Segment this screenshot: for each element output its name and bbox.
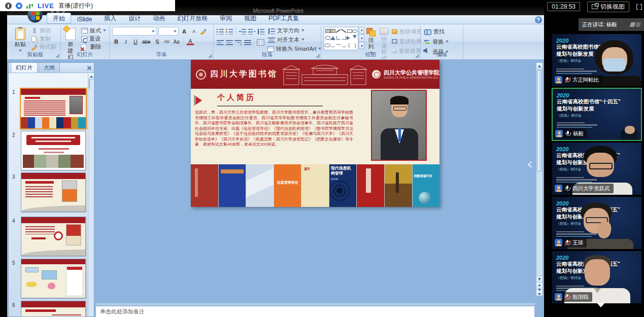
align-text-icon	[267, 37, 275, 43]
italic-button[interactable]: I	[122, 38, 130, 46]
participant-tile-2[interactable]: 2020云南省高校图书馆“十四五”规划与创新发展（在线）研讨会杨毅	[552, 88, 642, 141]
font-name-combo[interactable]	[112, 27, 157, 36]
replace-button[interactable]: 替换	[423, 38, 450, 46]
line-spacing-icon[interactable]	[257, 28, 264, 34]
tab-7[interactable]: 审阅	[214, 13, 238, 24]
close-icon[interactable]	[87, 65, 92, 71]
find-button[interactable]: 查找	[423, 28, 450, 36]
next-slide-button[interactable]	[536, 289, 543, 296]
previous-slide-button[interactable]	[536, 283, 543, 289]
numbering-icon[interactable]	[225, 28, 233, 34]
clear-formatting-button[interactable]	[199, 27, 208, 36]
school-name-en: SCHOOL OF PUBLIC ADMINISTRATION.SCU	[384, 77, 439, 79]
tab-4[interactable]: 设计	[122, 13, 147, 24]
participant-tile-3[interactable]: 2020云南省高校图书馆“十四五”规划与创新发展（在线）研讨会四川大学党跃武	[552, 142, 642, 195]
slide-thumbnail-2[interactable]	[21, 131, 86, 170]
dialog-launcher-icon[interactable]	[415, 54, 419, 58]
slide-books: 信息管理导论基于现代信息机构管理XIAN档案资源开发	[191, 164, 439, 207]
canvas-scrollbar[interactable]	[536, 62, 543, 296]
shrink-font-button[interactable]: A	[190, 27, 198, 36]
change-case-button[interactable]: Aa	[173, 38, 181, 46]
switch-view-button[interactable]: 切换视图	[587, 2, 629, 12]
decrease-indent-icon[interactable]	[239, 28, 246, 34]
layout-button[interactable]: 版式	[80, 27, 107, 34]
grow-font-button[interactable]: A	[180, 27, 188, 36]
group-label: 剪贴板	[10, 51, 60, 58]
slide-body: 个人简历 党跃武，男，四川大学公共管理学院教授、四川大学图书馆馆长，兼任教育部高…	[191, 89, 439, 164]
slide-number-1: 1	[12, 89, 15, 95]
tab-slides[interactable]: 幻灯片	[11, 62, 38, 73]
justify-icon[interactable]	[244, 39, 251, 46]
copy-icon	[31, 36, 36, 42]
text-shadow-button[interactable]: S	[153, 38, 161, 46]
tab-6[interactable]: 幻灯片放映	[171, 13, 214, 24]
increase-indent-icon[interactable]	[248, 28, 255, 34]
align-left-icon[interactable]	[216, 39, 224, 46]
slide-thumbnail-5[interactable]	[21, 259, 86, 298]
slide-number-3: 3	[12, 174, 15, 180]
align-right-icon[interactable]	[234, 39, 242, 46]
slide-thumbnail-3[interactable]	[21, 172, 86, 212]
slide-thumbnail-1[interactable]	[20, 88, 87, 129]
participant-name: 方正阿帕比	[572, 77, 599, 84]
dialog-launcher-icon[interactable]	[208, 54, 212, 58]
bullets-icon[interactable]	[216, 28, 224, 34]
dialog-launcher-icon[interactable]	[316, 54, 320, 58]
delete-button[interactable]: 删除	[80, 43, 107, 51]
participant-name: 四川大学党跃武	[572, 185, 610, 192]
format-painter-button[interactable]: 格式刷	[30, 43, 57, 51]
scroll-up-button[interactable]	[536, 63, 543, 69]
scroll-thumb[interactable]	[537, 70, 542, 171]
shape-picture-icon	[325, 29, 330, 33]
mic-muted-icon	[564, 77, 570, 84]
bold-button[interactable]: B	[112, 38, 120, 46]
tab-3[interactable]: 插入	[98, 13, 122, 24]
scroll-thumb[interactable]	[89, 79, 90, 89]
slide-canvas[interactable]: 四川大学图书馆 四川大学公共	[191, 60, 439, 207]
slide-number-2: 2	[12, 132, 15, 138]
scroll-down-button[interactable]	[536, 276, 543, 283]
gallery-scroll[interactable]	[359, 27, 364, 49]
paste-button[interactable]: 粘贴	[13, 27, 28, 54]
strikethrough-button[interactable]: abe	[141, 38, 152, 46]
align-center-icon[interactable]	[225, 39, 233, 46]
tab-5[interactable]: 动画	[147, 13, 171, 24]
columns-icon[interactable]	[257, 39, 264, 46]
font-color-button[interactable]: A	[186, 38, 194, 45]
group-drawing: 排列 快速样式 形状填充 形状轮廓 形状效果 绘图	[321, 25, 421, 59]
tab-2[interactable]: iSlide	[71, 14, 98, 24]
mic-muted-icon	[564, 294, 570, 301]
fullscreen-icon[interactable]	[636, 4, 642, 10]
underline-button[interactable]: U	[131, 38, 140, 46]
participant-tile-4[interactable]: 2020云南省高校图书馆“十四五”规划与创新发展（在线）研讨会王琼	[552, 196, 642, 250]
powerpoint-window: Microsoft PowerPoint 开始iSlide插入设计动画幻灯片放映…	[7, 7, 549, 317]
slide-thumbnail-4[interactable]	[21, 217, 86, 256]
clear-formatting-icon	[200, 28, 207, 34]
app-logo-icon	[630, 22, 640, 27]
participant-tile-1[interactable]: 2020云南省高校图书馆“十四五”规划与创新发展（在线）研讨会方正阿帕比	[552, 33, 642, 87]
dialog-launcher-icon[interactable]	[55, 54, 59, 58]
copy-button[interactable]: 复制	[30, 35, 57, 43]
cut-button[interactable]: 剪切	[30, 27, 57, 34]
portrait-photo	[371, 90, 427, 161]
tab-1[interactable]: 开始	[47, 13, 71, 24]
participant-tile-5[interactable]: 2020云南省高校图书馆“十四五”规划与创新发展（在线）研讨会殷国聪	[552, 251, 642, 304]
slide-thumbnail-6[interactable]	[21, 301, 86, 317]
tab-outline[interactable]: 大纲	[39, 62, 60, 73]
help-button[interactable]: ?	[535, 16, 542, 23]
panel-scrollbar[interactable]	[88, 74, 93, 316]
text-direction-button[interactable]: 文字方向	[266, 27, 322, 34]
align-text-button[interactable]: 对齐文本	[266, 36, 322, 44]
shapes-gallery[interactable]	[324, 27, 358, 50]
book-cover-5: 基于	[301, 164, 329, 207]
tab-8[interactable]: 视图	[238, 13, 262, 24]
tab-9[interactable]: PDF工具集	[262, 13, 305, 24]
mic-icon	[565, 130, 571, 137]
book-cover-6: 现代信息机构管理XIAN	[329, 164, 357, 207]
participant-icon	[555, 293, 562, 301]
reset-button[interactable]: 重设	[80, 35, 107, 43]
notes-pane[interactable]: 单击此处添加备注	[95, 306, 535, 317]
scroll-more-icon[interactable]	[597, 303, 605, 311]
font-size-combo[interactable]	[158, 27, 179, 36]
character-spacing-button[interactable]: AV	[163, 38, 171, 46]
